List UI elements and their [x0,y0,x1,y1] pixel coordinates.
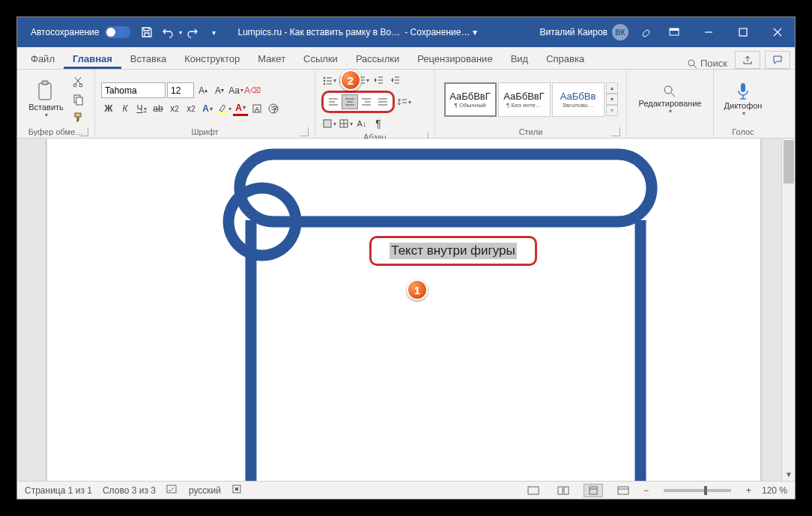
dictate-button[interactable]: Диктофон ▾ [721,80,766,118]
underline-button[interactable]: Ч▾ [134,101,149,116]
styles-launcher-icon[interactable] [611,127,620,136]
shape-text[interactable]: Текст внутри фигуры [390,243,517,259]
scroll-shape[interactable] [221,143,670,481]
share-button[interactable] [735,51,760,69]
svg-rect-57 [741,83,745,92]
minimize-button[interactable] [691,17,726,47]
style-heading1[interactable]: АаБбВвЗаголово… [552,82,605,117]
inc-indent-icon[interactable] [387,73,402,88]
grow-font-icon[interactable]: A▴ [196,83,210,98]
focus-view-icon[interactable] [524,484,543,497]
ribbon-display-icon[interactable] [657,17,691,47]
clipboard-launcher-icon[interactable] [79,127,88,136]
show-marks-icon[interactable]: ¶ [371,116,386,131]
strike-button[interactable]: ab [151,101,166,116]
print-view-icon[interactable] [584,484,603,497]
bold-button[interactable]: Ж [101,101,116,116]
language-indicator[interactable]: русский [189,485,221,496]
vertical-scrollbar[interactable]: ▲ ▼ [781,139,795,481]
italic-button[interactable]: К [118,101,133,116]
svg-rect-11 [76,97,82,105]
svg-rect-61 [167,485,176,493]
undo-icon[interactable] [159,23,177,41]
qat-customize-icon[interactable]: ▾ [204,23,222,41]
text-effects-icon[interactable]: A▾ [200,101,215,116]
word-count[interactable]: Слово 3 из 3 [103,485,156,496]
tab-layout[interactable]: Макет [249,49,294,69]
align-left-button[interactable] [325,94,342,109]
scroll-thumb[interactable] [784,140,794,183]
sort-icon[interactable]: А↓ [354,116,369,131]
align-right-button[interactable] [358,94,375,109]
tab-references[interactable]: Ссылки [294,49,347,69]
svg-point-4 [688,60,694,66]
clear-format-icon[interactable]: A⌫ [245,83,260,98]
enclose-char-icon[interactable]: 字 [266,101,281,116]
paste-button[interactable]: Вставить ▾ [25,79,67,120]
borders-icon[interactable]: ▾ [338,116,353,131]
align-justify-button[interactable] [375,94,391,109]
highlight-icon[interactable]: ▾ [216,101,231,116]
dec-indent-icon[interactable] [371,73,386,88]
user-avatar[interactable]: ВК [612,24,628,40]
tab-file[interactable]: Файл [22,49,64,69]
font-size-combo[interactable] [167,82,194,98]
styles-scroll[interactable]: ▴▾▿ [606,82,618,116]
save-status[interactable]: - Сохранение… ▾ [405,27,477,37]
format-painter-icon[interactable] [70,109,86,126]
font-launcher-icon[interactable] [300,127,309,136]
font-color-icon[interactable]: A▾ [233,101,248,116]
bullets-icon[interactable]: ▾ [321,73,336,88]
read-view-icon[interactable] [554,484,573,497]
tab-mailings[interactable]: Рассылки [347,49,408,69]
scroll-down-icon[interactable]: ▼ [782,467,795,481]
change-case-icon[interactable]: Aa▾ [228,83,243,98]
subscript-button[interactable]: x2 [167,101,182,116]
line-spacing-icon[interactable]: ▾ [396,94,411,109]
zoom-slider[interactable] [664,489,731,492]
autosave-toggle[interactable] [105,26,130,38]
align-center-button[interactable] [342,94,358,109]
tab-design[interactable]: Конструктор [175,49,249,69]
editing-button[interactable]: Редактирование ▾ [636,82,705,116]
save-icon[interactable] [138,23,156,41]
undo-dropdown-icon[interactable]: ▾ [179,29,182,36]
style-no-spacing[interactable]: АаБбВвГ¶ Без инте… [498,82,551,117]
zoom-out-button[interactable]: − [643,485,649,496]
svg-text:字: 字 [271,106,278,113]
tab-home[interactable]: Главная [64,49,121,69]
redo-icon[interactable] [184,23,202,41]
comments-button[interactable] [765,51,790,69]
web-view-icon[interactable] [613,484,633,497]
svg-rect-7 [42,81,48,85]
zoom-in-button[interactable]: + [746,485,751,496]
style-normal[interactable]: АаБбВвГ¶ Обычный [444,82,497,117]
document-area[interactable]: Текст внутри фигуры ▲ ▼ [17,139,795,481]
tab-review[interactable]: Рецензирование [408,49,501,69]
font-name-combo[interactable] [101,82,166,98]
cut-icon[interactable] [70,73,86,90]
superscript-button[interactable]: x2 [184,101,199,116]
user-name[interactable]: Виталий Каиров [539,27,608,37]
shrink-font-icon[interactable]: A▾ [212,83,227,98]
zoom-level[interactable]: 120 % [762,485,787,496]
svg-rect-64 [528,487,539,494]
copy-icon[interactable] [70,91,86,108]
svg-line-5 [694,65,697,68]
page-indicator[interactable]: Страница 1 из 1 [25,485,92,496]
group-styles: АаБбВвГ¶ Обычный АаБбВвГ¶ Без инте… АаБб… [435,70,627,138]
svg-rect-12 [75,113,81,117]
tab-insert[interactable]: Вставка [121,49,175,69]
tab-help[interactable]: Справка [537,49,593,69]
callout-badge-2: 2 [340,70,361,91]
shading-icon[interactable]: ▾ [321,116,336,131]
spell-check-icon[interactable] [166,484,178,497]
macro-icon[interactable] [231,484,242,497]
align-highlight [321,91,395,113]
coming-soon-icon[interactable] [637,23,655,41]
maximize-button[interactable] [726,17,760,47]
close-button[interactable] [760,17,795,47]
search-box[interactable]: Поиск [687,58,727,69]
tab-view[interactable]: Вид [502,49,538,69]
char-border-icon[interactable]: A [249,101,264,116]
